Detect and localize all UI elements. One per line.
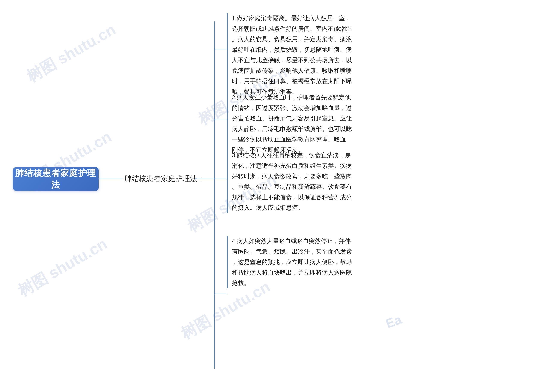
text-block-1: 1.做好家庭消毒隔离。最好让病人独居一室，选择朝阳或通风条件好的房间。室内不能潮… bbox=[227, 13, 536, 97]
secondary-node-label: 肺结核患者家庭护理法： bbox=[124, 174, 205, 184]
vertical-bar bbox=[214, 21, 215, 369]
secondary-node: 肺结核患者家庭护理法： bbox=[122, 171, 195, 187]
watermark-3: 树图 shutu.cn bbox=[14, 234, 111, 301]
central-node-label: 肺结核患者家庭护理法 bbox=[13, 167, 99, 191]
text-block-4: 4.病人如突然大量咯血或咯血突然停止，并伴有胸闷、气急、烦躁、出冷汗，甚至面色发… bbox=[227, 236, 536, 288]
watermark-1: 树图 shutu.cn bbox=[23, 19, 120, 87]
branch-connector-2 bbox=[214, 119, 227, 120]
branch-connector-1 bbox=[214, 49, 227, 49]
text-block-2: 2.病人发生少量咯血时，护理者首先要稳定他的情绪，因过度紧张、激动会增加咯血量，… bbox=[227, 92, 536, 155]
connector-main bbox=[99, 179, 122, 179]
central-node: 肺结核患者家庭护理法 bbox=[13, 167, 99, 191]
branch-connector-3 bbox=[214, 179, 227, 179]
text-block-3: 3.肺结核病人往往胃纳较差，饮食宜清淡，易消化，注意适当补充蛋白质和维生素类。疾… bbox=[227, 150, 536, 213]
ea-watermark: Ea bbox=[384, 312, 404, 331]
branch-connector-4 bbox=[214, 294, 227, 294]
mindmap-container: 树图 shutu.cn 树图 shutu.cn 树图 shutu.cn 树图 s… bbox=[0, 0, 549, 392]
connector-secondary bbox=[195, 179, 214, 179]
